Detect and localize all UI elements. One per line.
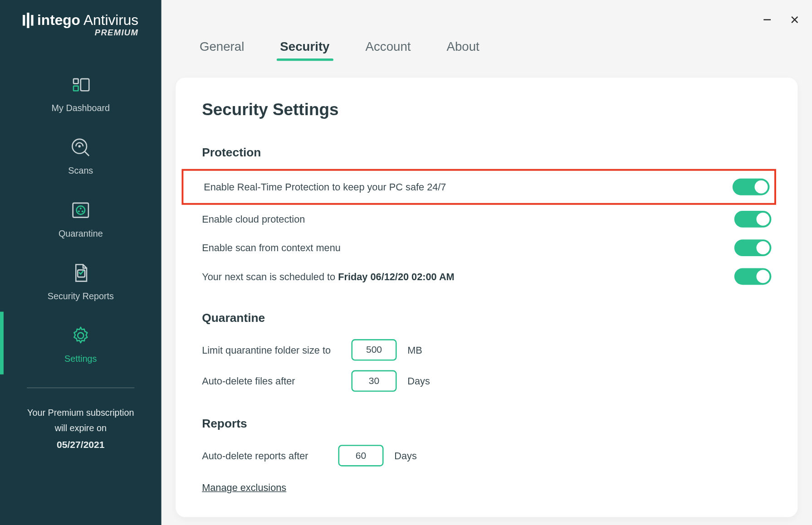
tab-security[interactable]: Security [280,39,329,61]
section-reports-title: Reports [202,417,771,430]
svg-point-8 [78,145,81,147]
sidebar-item-settings[interactable]: Settings [0,312,161,374]
svg-point-11 [80,208,82,209]
row-cloud-protection: Enable cloud protection [202,205,771,233]
svg-point-15 [78,333,83,339]
row-context-menu-scan: Enable scan from context menu [202,233,771,262]
report-icon [68,261,93,285]
svg-point-12 [78,210,80,212]
tabs: General Security Account About [176,0,797,61]
row-label: Auto-delete reports after [202,450,328,461]
tab-about[interactable]: About [447,39,479,61]
row-label: Auto-delete files after [202,375,341,387]
sidebar-nav: My Dashboard Scans [0,61,161,374]
subscription-text: Your Premium subscription [27,405,134,420]
subscription-info: Your Premium subscription will expire on… [15,405,146,453]
sidebar-item-security-reports[interactable]: Security Reports [0,249,161,311]
row-label: Limit quarantine folder size to [202,344,341,355]
quarantine-limit-input[interactable] [351,339,396,360]
row-quarantine-limit: Limit quarantine folder size to MB [202,335,771,365]
toggle-scheduled-scan[interactable] [734,268,772,285]
sidebar-item-label: My Dashboard [52,103,110,113]
svg-point-13 [82,210,83,212]
quarantine-autodelete-input[interactable] [351,370,396,392]
row-label: Your next scan is scheduled to Friday 06… [202,271,455,282]
svg-point-10 [77,206,85,214]
main-content: General Security Account About Security … [161,0,812,525]
sidebar: intego Antivirus PREMIUM My Dashboard [0,0,161,525]
logo-tier: PREMIUM [95,28,138,37]
svg-rect-2 [31,15,34,26]
row-label: Enable scan from context menu [202,242,341,253]
row-realtime-protection: Enable Real-Time Protection to keep your… [181,169,776,205]
sidebar-item-scans[interactable]: Scans [0,124,161,186]
sidebar-item-label: Settings [64,354,97,364]
toggle-cloud-protection[interactable] [734,211,772,228]
row-next-scan: Your next scan is scheduled to Friday 06… [202,262,771,291]
section-protection-title: Protection [202,146,771,159]
sidebar-item-label: Scans [68,165,93,175]
svg-rect-5 [81,79,89,91]
tab-general[interactable]: General [200,39,244,61]
unit-label: Days [407,375,430,387]
subscription-text: will expire on [27,420,134,436]
sidebar-item-label: Quarantine [59,228,103,238]
toggle-realtime-protection[interactable] [733,179,770,195]
row-quarantine-autodelete: Auto-delete files after Days [202,365,771,396]
close-button[interactable] [789,15,800,25]
logo-icon [23,13,34,28]
quarantine-icon [68,198,93,222]
toggle-context-menu-scan[interactable] [734,239,772,256]
svg-line-7 [85,152,89,156]
unit-label: MB [407,344,422,355]
sidebar-item-dashboard[interactable]: My Dashboard [0,61,161,123]
unit-label: Days [394,450,417,461]
logo-text: intego Antivirus [37,12,138,29]
window-controls [762,15,800,25]
svg-rect-9 [73,203,88,218]
svg-rect-0 [23,15,25,26]
svg-rect-4 [73,86,78,91]
subscription-date: 05/27/2021 [27,437,134,453]
reports-autodelete-input[interactable] [338,445,383,466]
panel-title: Security Settings [202,100,771,119]
settings-panel: Security Settings Protection Enable Real… [176,78,797,517]
section-quarantine-title: Quarantine [202,311,771,325]
logo: intego Antivirus PREMIUM [12,12,149,37]
svg-rect-3 [73,79,78,84]
gear-icon [68,324,93,348]
row-reports-autodelete: Auto-delete reports after Days [202,440,771,471]
row-label: Enable cloud protection [202,214,305,225]
svg-rect-1 [27,13,29,28]
scan-icon [68,136,93,160]
sidebar-item-quarantine[interactable]: Quarantine [0,186,161,249]
manage-exclusions-link[interactable]: Manage exclusions [202,482,286,493]
row-label: Enable Real-Time Protection to keep your… [183,181,446,193]
dashboard-icon [68,73,93,97]
minimize-button[interactable] [762,15,773,25]
tab-account[interactable]: Account [366,39,411,61]
sidebar-item-label: Security Reports [48,291,114,301]
sidebar-divider [27,388,134,388]
